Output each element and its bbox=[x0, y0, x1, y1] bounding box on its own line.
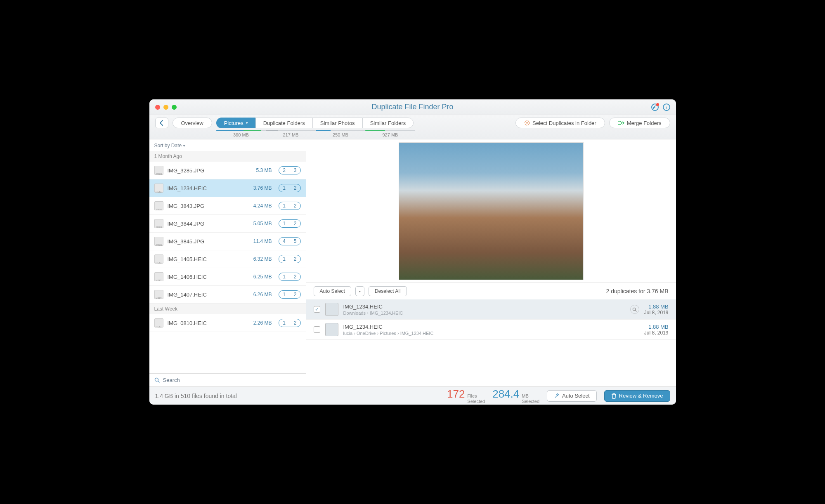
count-pill[interactable]: 12 bbox=[279, 273, 301, 281]
file-size: 6.25 MB bbox=[253, 274, 272, 280]
back-button[interactable] bbox=[155, 118, 168, 128]
review-remove-button[interactable]: Review & Remove bbox=[604, 390, 670, 402]
duplicate-date: Jul 8, 2019 bbox=[644, 310, 669, 316]
preview-area bbox=[306, 139, 676, 283]
svg-point-1 bbox=[526, 122, 528, 124]
close-window-button[interactable] bbox=[155, 105, 160, 110]
count-pill[interactable]: 12 bbox=[279, 255, 301, 263]
file-size: 6.26 MB bbox=[253, 292, 272, 297]
count-pill[interactable]: 12 bbox=[279, 290, 301, 299]
file-size: 4.24 MB bbox=[253, 203, 272, 209]
duplicate-summary: 2 duplicates for 3.76 MB bbox=[606, 288, 669, 294]
tab-pictures[interactable]: Pictures▾ bbox=[216, 118, 255, 128]
duplicate-date: Jul 8, 2019 bbox=[644, 330, 669, 336]
duplicate-size: 1.88 MB bbox=[644, 304, 669, 310]
group-header: 1 Month Ago bbox=[149, 151, 306, 162]
duplicate-name: IMG_1234.HEIC bbox=[343, 324, 639, 330]
list-item[interactable]: IMG_1406.HEIC6.25 MB12 bbox=[149, 268, 306, 286]
file-thumbnail bbox=[154, 290, 163, 299]
count-pill[interactable]: 12 bbox=[279, 202, 301, 210]
search-placeholder: Search bbox=[163, 377, 180, 383]
category-tabs: Pictures▾Duplicate FoldersSimilar Photos… bbox=[216, 118, 415, 137]
file-list-sidebar: Sort by Date ▾ 1 Month AgoIMG_3285.JPG5.… bbox=[149, 139, 306, 386]
reveal-icon[interactable] bbox=[630, 305, 639, 314]
tab-size-label: 217 MB bbox=[266, 132, 316, 137]
info-icon[interactable]: i bbox=[663, 104, 670, 111]
count-pill[interactable]: 23 bbox=[279, 166, 301, 174]
titlebar: Duplicate File Finder Pro i bbox=[149, 99, 676, 115]
file-thumbnail bbox=[154, 318, 163, 327]
file-thumbnail bbox=[154, 237, 163, 246]
count-pill[interactable]: 45 bbox=[279, 237, 301, 245]
auto-select-button[interactable]: Auto Select bbox=[314, 286, 351, 296]
file-size: 2.26 MB bbox=[253, 320, 272, 326]
duplicate-path: Downloads › IMG_1234.HEIC bbox=[343, 311, 625, 316]
overview-button[interactable]: Overview bbox=[173, 118, 212, 128]
duplicate-checkbox[interactable] bbox=[314, 326, 320, 333]
zoom-window-button[interactable] bbox=[172, 105, 177, 110]
file-name: IMG_0810.HEIC bbox=[168, 320, 249, 326]
list-item[interactable]: IMG_3285.JPG5.3 MB23 bbox=[149, 162, 306, 179]
file-thumbnail bbox=[154, 272, 163, 281]
list-item[interactable]: IMG_1234.HEIC3.76 MB12 bbox=[149, 179, 306, 197]
duplicate-path: lucia › OneDrive › Pictures › IMG_1234.H… bbox=[343, 331, 639, 336]
deselect-all-button[interactable]: Deselect All bbox=[369, 286, 407, 296]
trash-icon bbox=[611, 393, 617, 399]
tab-size-label: 250 MB bbox=[316, 132, 366, 137]
files-selected-stat: 172 FilesSelected bbox=[447, 388, 485, 403]
auto-select-dropdown[interactable]: ▾ bbox=[355, 286, 364, 296]
duplicate-toolbar: Auto Select ▾ Deselect All 2 duplicates … bbox=[306, 283, 676, 299]
list-item[interactable]: IMG_1407.HEIC6.26 MB12 bbox=[149, 286, 306, 304]
file-thumbnail bbox=[154, 201, 163, 210]
app-window: Duplicate File Finder Pro i Overview Pic… bbox=[149, 99, 676, 405]
duplicate-name: IMG_1234.HEIC bbox=[343, 304, 625, 310]
file-size: 3.76 MB bbox=[253, 185, 272, 191]
duplicate-checkbox[interactable] bbox=[314, 306, 320, 313]
tab-similar-folders[interactable]: Similar Folders bbox=[362, 118, 414, 128]
search-bar[interactable]: Search bbox=[149, 373, 306, 386]
count-pill[interactable]: 12 bbox=[279, 319, 301, 327]
tab-duplicate-folders[interactable]: Duplicate Folders bbox=[255, 118, 312, 128]
notifications-icon[interactable] bbox=[651, 104, 659, 111]
count-pill[interactable]: 12 bbox=[279, 184, 301, 192]
list-item[interactable]: IMG_3845.JPG11.4 MB45 bbox=[149, 233, 306, 250]
file-thumbnail bbox=[154, 254, 163, 264]
window-controls bbox=[155, 105, 177, 110]
merge-folders-button[interactable]: Merge Folders bbox=[609, 118, 670, 128]
file-size: 5.3 MB bbox=[256, 167, 272, 173]
preview-image bbox=[399, 142, 584, 280]
duplicate-thumbnail bbox=[325, 323, 338, 336]
tab-similar-photos[interactable]: Similar Photos bbox=[312, 118, 362, 128]
count-pill[interactable]: 12 bbox=[279, 219, 301, 228]
chevron-down-icon: ▾ bbox=[359, 290, 361, 293]
file-list[interactable]: 1 Month AgoIMG_3285.JPG5.3 MB23IMG_1234.… bbox=[149, 151, 306, 373]
main-content: Sort by Date ▾ 1 Month AgoIMG_3285.JPG5.… bbox=[149, 139, 676, 386]
tab-size-label: 927 MB bbox=[365, 132, 415, 137]
file-size: 11.4 MB bbox=[253, 238, 272, 244]
sort-dropdown[interactable]: Sort by Date ▾ bbox=[149, 139, 306, 151]
toolbar: Overview Pictures▾Duplicate FoldersSimil… bbox=[149, 115, 676, 139]
file-name: IMG_3844.JPG bbox=[168, 221, 249, 227]
tab-size-label: 360 MB bbox=[216, 132, 266, 137]
detail-pane: Auto Select ▾ Deselect All 2 duplicates … bbox=[306, 139, 676, 386]
target-icon bbox=[524, 120, 530, 126]
select-duplicates-in-folder-button[interactable]: Select Duplicates in Folder bbox=[515, 118, 605, 128]
duplicate-list: IMG_1234.HEICDownloads › IMG_1234.HEIC1.… bbox=[306, 299, 676, 386]
list-item[interactable]: IMG_0810.HEIC2.26 MB12 bbox=[149, 314, 306, 332]
list-item[interactable]: IMG_3843.JPG4.24 MB12 bbox=[149, 197, 306, 215]
chevron-down-icon: ▾ bbox=[246, 121, 248, 125]
file-name: IMG_3843.JPG bbox=[168, 203, 249, 209]
svg-line-3 bbox=[158, 381, 159, 383]
list-item[interactable]: IMG_1405.HEIC6.32 MB12 bbox=[149, 250, 306, 268]
duplicate-row: IMG_1234.HEICDownloads › IMG_1234.HEIC1.… bbox=[306, 299, 676, 320]
file-name: IMG_1405.HEIC bbox=[168, 256, 249, 262]
search-icon bbox=[154, 377, 160, 383]
group-header: Last Week bbox=[149, 304, 306, 314]
window-title: Duplicate File Finder Pro bbox=[149, 103, 676, 111]
file-size: 5.05 MB bbox=[253, 221, 272, 226]
wand-icon bbox=[554, 393, 560, 399]
footer-auto-select-button[interactable]: Auto Select bbox=[547, 390, 597, 402]
list-item[interactable]: IMG_3844.JPG5.05 MB12 bbox=[149, 215, 306, 233]
file-size: 6.32 MB bbox=[253, 256, 272, 262]
minimize-window-button[interactable] bbox=[163, 105, 168, 110]
